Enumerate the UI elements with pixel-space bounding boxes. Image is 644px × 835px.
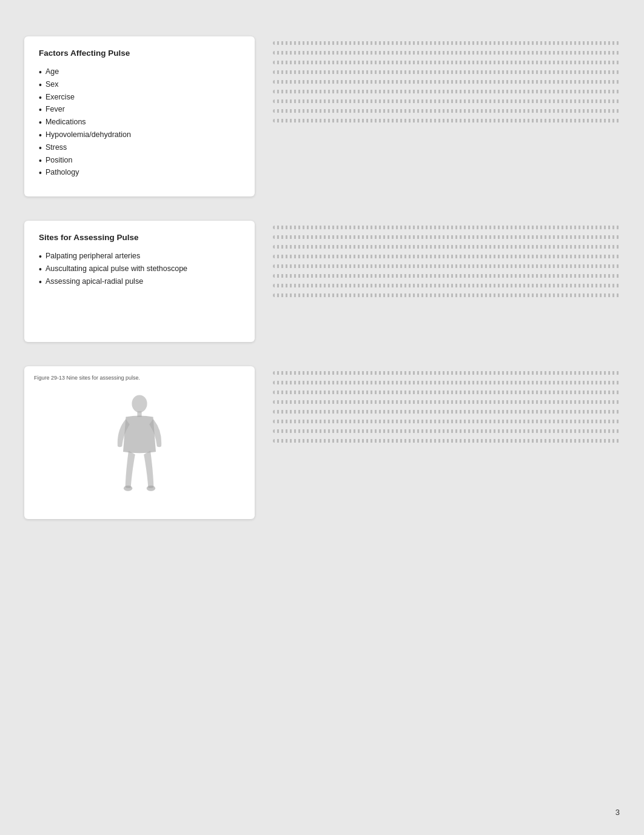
figure-image-area — [34, 386, 245, 507]
dotted-line — [273, 371, 620, 375]
human-figure-svg — [103, 392, 176, 501]
factors-card: Factors Affecting Pulse Age Sex Exercise… — [24, 36, 255, 196]
sites-card: Sites for Assessing Pulse Palpating peri… — [24, 221, 255, 342]
page: Factors Affecting Pulse Age Sex Exercise… — [0, 0, 644, 835]
dotted-line — [273, 293, 620, 297]
sites-list: Palpating peripheral arteries Auscultati… — [39, 250, 240, 288]
dotted-line — [273, 255, 620, 258]
dotted-line — [273, 284, 620, 287]
svg-point-2 — [124, 486, 132, 491]
dotted-line — [273, 80, 620, 84]
sites-title: Sites for Assessing Pulse — [39, 233, 240, 242]
right-lines-1 — [273, 36, 620, 196]
factors-title: Factors Affecting Pulse — [39, 49, 240, 58]
page-number: 3 — [615, 808, 620, 817]
dotted-line — [273, 439, 620, 443]
list-item: Assessing apical-radial pulse — [39, 276, 240, 289]
dotted-line — [273, 90, 620, 93]
dotted-line — [273, 420, 620, 423]
dotted-line — [273, 51, 620, 55]
list-item: Medications — [39, 116, 240, 129]
right-lines-3 — [273, 366, 620, 519]
dotted-line — [273, 264, 620, 268]
list-item: Position — [39, 155, 240, 167]
dotted-line — [273, 429, 620, 433]
list-item: Stress — [39, 142, 240, 155]
dotted-line — [273, 61, 620, 64]
list-item: Sex — [39, 79, 240, 92]
list-item: Palpating peripheral arteries — [39, 250, 240, 263]
dotted-line — [273, 410, 620, 414]
dotted-line — [273, 245, 620, 249]
dotted-line — [273, 274, 620, 278]
dotted-line — [273, 119, 620, 122]
figure-caption: Figure 29-13 Nine sites for assessing pu… — [34, 375, 245, 381]
dotted-line — [273, 235, 620, 239]
dotted-line — [273, 109, 620, 113]
list-item: Auscultating apical pulse with stethosco… — [39, 263, 240, 276]
list-item: Hypovolemia/dehydration — [39, 129, 240, 142]
section-factors: Factors Affecting Pulse Age Sex Exercise… — [24, 36, 620, 196]
list-item: Fever — [39, 104, 240, 116]
list-item: Exercise — [39, 92, 240, 104]
dotted-line — [273, 391, 620, 394]
dotted-line — [273, 70, 620, 74]
right-lines-2 — [273, 221, 620, 342]
dotted-line — [273, 41, 620, 45]
section-sites: Sites for Assessing Pulse Palpating peri… — [24, 221, 620, 342]
figure-card: Figure 29-13 Nine sites for assessing pu… — [24, 366, 255, 519]
svg-point-0 — [132, 395, 147, 413]
factors-list: Age Sex Exercise Fever Medications Hypov… — [39, 66, 240, 179]
dotted-line — [273, 381, 620, 384]
dotted-line — [273, 99, 620, 103]
svg-point-3 — [147, 486, 155, 491]
list-item: Pathology — [39, 167, 240, 179]
dotted-line — [273, 226, 620, 229]
list-item: Age — [39, 66, 240, 79]
section-figure: Figure 29-13 Nine sites for assessing pu… — [24, 366, 620, 519]
dotted-line — [273, 400, 620, 404]
